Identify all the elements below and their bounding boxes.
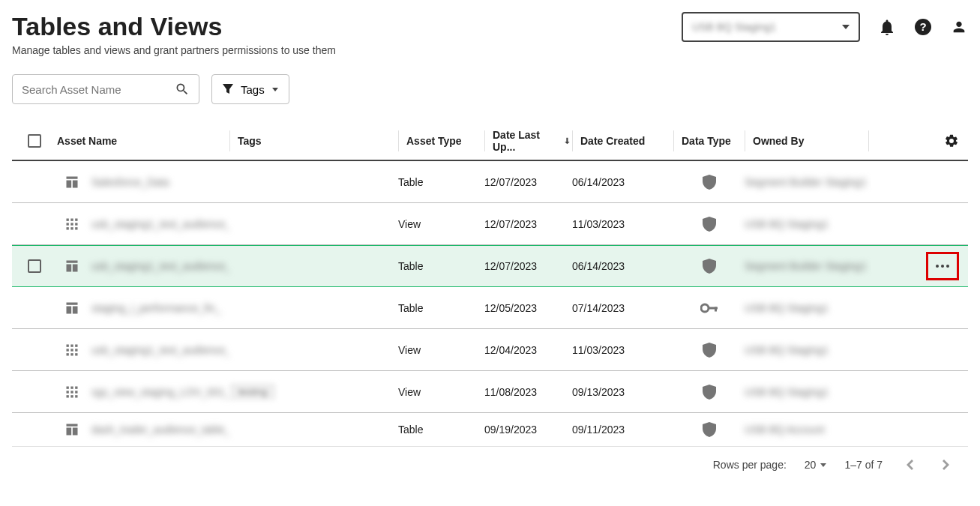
view-icon bbox=[64, 385, 79, 400]
asset-name: dash_trader_audience_table_1 bbox=[91, 424, 229, 436]
tags-filter-button[interactable]: Tags bbox=[211, 74, 289, 104]
help-icon[interactable]: ? bbox=[914, 18, 932, 36]
column-asset-name[interactable]: Asset Name bbox=[57, 135, 229, 147]
asset-name: usb_staging1_test_audience_ bbox=[91, 344, 229, 356]
next-page-button[interactable] bbox=[937, 456, 955, 474]
asset-name: Salesforce_Data bbox=[91, 176, 169, 188]
row-actions-button[interactable] bbox=[926, 252, 959, 280]
key-icon bbox=[700, 303, 718, 313]
owned-by: Segment Builder Staging1 bbox=[745, 260, 867, 272]
chevron-down-icon bbox=[272, 88, 278, 91]
asset-type: Table bbox=[398, 260, 484, 272]
shield-icon bbox=[703, 217, 716, 232]
pagination: Rows per page: 20 1–7 of 7 bbox=[12, 446, 968, 477]
svg-rect-26 bbox=[67, 386, 69, 388]
svg-rect-8 bbox=[67, 227, 69, 229]
select-all-checkbox[interactable] bbox=[28, 134, 41, 148]
date-updated: 11/08/2023 bbox=[484, 386, 572, 398]
svg-rect-10 bbox=[75, 227, 77, 229]
chevron-right-icon bbox=[943, 460, 949, 470]
column-owned-by[interactable]: Owned By bbox=[745, 130, 868, 151]
table-row[interactable]: staging_i_performance_fin_Table12/05/202… bbox=[12, 287, 968, 329]
asset-type: View bbox=[398, 218, 484, 230]
search-box[interactable] bbox=[12, 74, 199, 104]
owned-by: USB BQ Staging1 bbox=[745, 344, 829, 356]
asset-type: Table bbox=[398, 302, 484, 314]
svg-rect-4 bbox=[75, 218, 77, 220]
date-created: 11/03/2023 bbox=[572, 344, 673, 356]
svg-rect-5 bbox=[67, 223, 69, 225]
svg-rect-21 bbox=[70, 349, 73, 351]
owned-by: Segment Builder Staging1 bbox=[745, 176, 867, 188]
table-row[interactable]: sgs_view_staging_LOV_001_testingView11/0… bbox=[12, 371, 968, 413]
svg-point-14 bbox=[701, 304, 709, 312]
column-tags[interactable]: Tags bbox=[229, 130, 398, 151]
svg-rect-22 bbox=[75, 349, 77, 351]
page-title: Tables and Views bbox=[12, 12, 222, 41]
svg-rect-3 bbox=[70, 218, 73, 220]
shield-icon bbox=[703, 422, 716, 437]
tags-button-label: Tags bbox=[241, 83, 265, 96]
user-icon[interactable] bbox=[950, 18, 968, 36]
date-created: 09/13/2023 bbox=[572, 386, 673, 398]
dataset-selector-label: USB BQ Staging1 bbox=[692, 21, 776, 33]
shield-icon bbox=[703, 175, 716, 190]
asset-name: staging_i_performance_fin_ bbox=[91, 302, 221, 314]
search-input[interactable] bbox=[22, 83, 175, 96]
owned-by: USB BQ Account bbox=[745, 424, 825, 436]
owned-by: USB BQ Staging1 bbox=[745, 218, 829, 230]
table-row[interactable]: usb_staging1_test_audience_View12/07/202… bbox=[12, 203, 968, 245]
date-updated: 12/07/2023 bbox=[484, 218, 572, 230]
search-icon bbox=[175, 82, 190, 97]
sort-down-icon bbox=[562, 136, 572, 146]
column-data-type[interactable]: Data Type bbox=[673, 130, 745, 151]
date-created: 11/03/2023 bbox=[572, 218, 673, 230]
svg-rect-9 bbox=[70, 227, 73, 229]
svg-text:?: ? bbox=[919, 20, 926, 33]
asset-type: View bbox=[398, 386, 484, 398]
chevron-left-icon bbox=[907, 460, 913, 470]
svg-rect-20 bbox=[67, 349, 69, 351]
view-icon bbox=[64, 217, 79, 232]
table-row[interactable]: usb_staging1_test_audience_Table12/07/20… bbox=[12, 245, 968, 287]
svg-rect-32 bbox=[67, 395, 69, 397]
date-created: 06/14/2023 bbox=[572, 260, 673, 272]
chevron-down-icon bbox=[820, 463, 826, 467]
row-checkbox[interactable] bbox=[28, 259, 41, 273]
page-range: 1–7 of 7 bbox=[844, 459, 883, 471]
svg-rect-30 bbox=[70, 391, 73, 393]
shield-icon bbox=[703, 385, 716, 400]
svg-rect-18 bbox=[70, 344, 73, 346]
asset-name: usb_staging1_test_audience_ bbox=[91, 218, 229, 230]
column-asset-type[interactable]: Asset Type bbox=[398, 130, 484, 151]
dataset-selector[interactable]: USB BQ Staging1 bbox=[682, 12, 860, 42]
date-created: 07/14/2023 bbox=[572, 302, 673, 314]
date-created: 09/11/2023 bbox=[572, 424, 673, 436]
svg-rect-16 bbox=[715, 307, 717, 311]
date-updated: 09/19/2023 bbox=[484, 424, 572, 436]
column-date-updated[interactable]: Date Last Up... bbox=[484, 130, 572, 151]
table-header: Asset Name Tags Asset Type Date Last Up.… bbox=[12, 122, 968, 161]
date-updated: 12/07/2023 bbox=[484, 260, 572, 272]
date-updated: 12/04/2023 bbox=[484, 344, 572, 356]
page-size-selector[interactable]: 20 bbox=[805, 459, 827, 471]
svg-rect-25 bbox=[75, 353, 77, 355]
column-date-created[interactable]: Date Created bbox=[572, 130, 673, 151]
chevron-down-icon bbox=[842, 25, 850, 29]
tag-chip[interactable]: testing bbox=[229, 383, 276, 400]
table-row[interactable]: usb_staging1_test_audience_View12/04/202… bbox=[12, 329, 968, 371]
notifications-icon[interactable] bbox=[878, 18, 896, 36]
gear-icon[interactable] bbox=[944, 133, 959, 148]
svg-rect-29 bbox=[67, 391, 69, 393]
svg-rect-27 bbox=[70, 386, 73, 388]
svg-rect-31 bbox=[75, 391, 77, 393]
svg-rect-2 bbox=[67, 218, 69, 220]
table-row[interactable]: dash_trader_audience_table_1Table09/19/2… bbox=[12, 413, 968, 446]
table-row[interactable]: Salesforce_DataTable12/07/202306/14/2023… bbox=[12, 161, 968, 203]
table-icon bbox=[64, 422, 79, 437]
filter-icon bbox=[223, 84, 233, 94]
svg-rect-24 bbox=[70, 353, 73, 355]
date-updated: 12/05/2023 bbox=[484, 302, 572, 314]
date-updated: 12/07/2023 bbox=[484, 176, 572, 188]
prev-page-button[interactable] bbox=[901, 456, 919, 474]
